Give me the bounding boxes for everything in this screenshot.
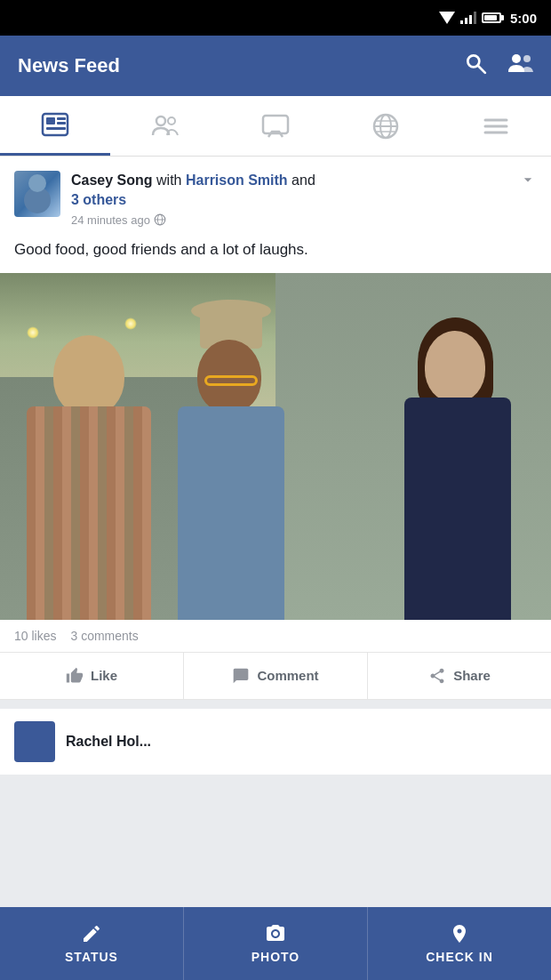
wifi-icon bbox=[439, 12, 455, 24]
art-person3-head bbox=[425, 331, 485, 402]
search-icon[interactable] bbox=[464, 52, 487, 80]
comment-label: Comment bbox=[257, 668, 318, 683]
svg-rect-2 bbox=[465, 18, 467, 24]
like-label: Like bbox=[91, 668, 117, 683]
svg-marker-0 bbox=[439, 12, 455, 24]
svg-point-15 bbox=[168, 117, 175, 125]
post-header: Casey Song with Harrison Smith and 3 oth… bbox=[0, 157, 551, 236]
checkin-button[interactable]: CHECK IN bbox=[368, 907, 551, 980]
nav-tabs bbox=[0, 96, 551, 157]
bottom-bar: STATUS PHOTO CHECK IN bbox=[0, 907, 551, 980]
status-bar: 5:00 bbox=[0, 0, 551, 36]
preview-avatar bbox=[14, 721, 55, 762]
post-text: Good food, good friends and a lot of lau… bbox=[0, 236, 551, 273]
like-icon bbox=[66, 667, 84, 685]
post-image[interactable] bbox=[0, 273, 551, 620]
art-person2 bbox=[160, 300, 311, 620]
preview-author: Rachel Hol... bbox=[66, 734, 151, 750]
likes-count[interactable]: 10 likes bbox=[14, 629, 56, 643]
battery-icon bbox=[482, 12, 501, 23]
post-actions: Like Comment Share bbox=[0, 653, 551, 700]
tab-globe[interactable] bbox=[331, 96, 441, 156]
svg-rect-13 bbox=[46, 127, 66, 130]
svg-rect-10 bbox=[46, 117, 55, 125]
like-button[interactable]: Like bbox=[0, 653, 184, 699]
svg-point-14 bbox=[156, 116, 165, 125]
post-timestamp: 24 minutes ago bbox=[71, 213, 508, 227]
tab-messages[interactable] bbox=[220, 96, 331, 156]
comments-count[interactable]: 3 comments bbox=[70, 629, 138, 643]
header-icons bbox=[464, 52, 533, 80]
art-person2-glasses bbox=[204, 375, 258, 386]
signal-icon bbox=[460, 12, 476, 24]
tab-menu[interactable] bbox=[441, 96, 551, 156]
feed: Casey Song with Harrison Smith and 3 oth… bbox=[0, 157, 551, 775]
friend-request-icon[interactable] bbox=[508, 52, 533, 80]
post-preview[interactable]: Rachel Hol... bbox=[0, 709, 551, 775]
art-person1-body bbox=[27, 406, 151, 620]
svg-rect-11 bbox=[57, 117, 66, 120]
art-person1 bbox=[18, 317, 178, 620]
app-title: News Feed bbox=[18, 54, 464, 77]
photo-label: PHOTO bbox=[252, 950, 300, 964]
post-card: Casey Song with Harrison Smith and 3 oth… bbox=[0, 157, 551, 700]
art-person1-head bbox=[53, 335, 124, 415]
post-meta: Casey Song with Harrison Smith and 3 oth… bbox=[71, 171, 508, 227]
checkin-label: CHECK IN bbox=[426, 950, 493, 964]
svg-rect-12 bbox=[57, 122, 66, 125]
post-stats: 10 likes 3 comments bbox=[0, 620, 551, 653]
svg-rect-4 bbox=[474, 12, 476, 24]
svg-point-8 bbox=[523, 55, 531, 62]
svg-rect-1 bbox=[460, 20, 463, 24]
post-dropdown-icon[interactable] bbox=[519, 171, 537, 193]
art-person2-body bbox=[178, 406, 284, 620]
comment-button[interactable]: Comment bbox=[184, 653, 368, 699]
share-button[interactable]: Share bbox=[368, 653, 551, 699]
art-person3-body bbox=[404, 398, 511, 620]
svg-line-6 bbox=[478, 66, 485, 73]
status-icons: 5:00 bbox=[439, 11, 537, 26]
share-label: Share bbox=[453, 668, 491, 683]
photo-button[interactable]: PHOTO bbox=[184, 907, 368, 980]
app-header: News Feed bbox=[0, 36, 551, 96]
status-button[interactable]: STATUS bbox=[0, 907, 184, 980]
avatar[interactable] bbox=[14, 171, 60, 217]
comment-icon bbox=[232, 667, 250, 685]
post-image-art bbox=[0, 273, 551, 620]
location-pin-icon bbox=[449, 923, 470, 944]
svg-point-7 bbox=[512, 54, 521, 63]
share-icon bbox=[428, 667, 446, 685]
status-time: 5:00 bbox=[510, 11, 537, 26]
camera-icon bbox=[265, 923, 286, 944]
post-author: Casey Song with Harrison Smith and 3 oth… bbox=[71, 171, 508, 211]
svg-rect-3 bbox=[469, 15, 472, 24]
tab-news-feed[interactable] bbox=[0, 96, 110, 156]
art-person3 bbox=[391, 309, 533, 620]
tab-friends[interactable] bbox=[110, 96, 220, 156]
status-label: STATUS bbox=[65, 950, 118, 964]
pencil-icon bbox=[81, 923, 102, 944]
globe-small-icon bbox=[154, 213, 166, 226]
